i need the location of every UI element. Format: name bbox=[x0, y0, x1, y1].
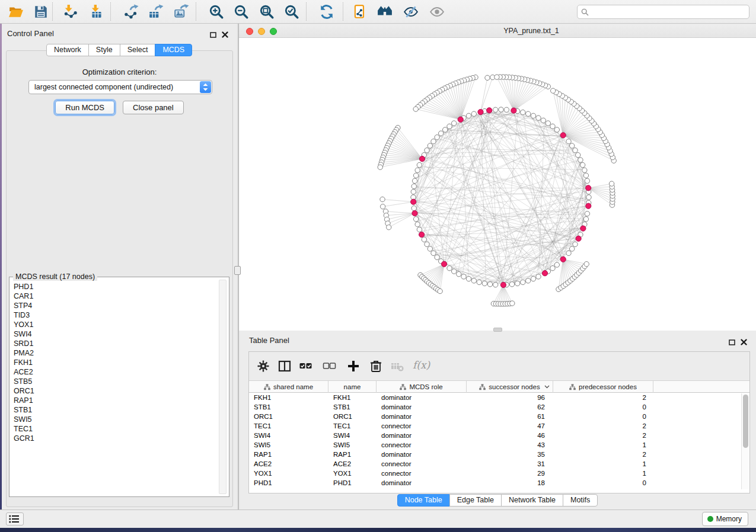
graph-node-selected[interactable] bbox=[478, 110, 483, 115]
graph-node[interactable] bbox=[536, 116, 541, 120]
optimization-select[interactable]: largest connected component (undirected) bbox=[28, 80, 212, 94]
graph-node-selected[interactable] bbox=[487, 108, 492, 113]
graph-node[interactable] bbox=[413, 107, 418, 111]
zoom-fit-icon[interactable] bbox=[259, 4, 275, 20]
graph-node[interactable] bbox=[578, 158, 583, 162]
graph-node-selected[interactable] bbox=[576, 236, 581, 241]
cell-successor-nodes[interactable]: 29 bbox=[467, 469, 553, 478]
table-scrollbar-thumb[interactable] bbox=[743, 395, 748, 448]
graph-node-selected[interactable] bbox=[419, 156, 425, 162]
table-row[interactable]: ORC1ORC1dominator610 bbox=[249, 412, 741, 421]
cell-name[interactable]: TEC1 bbox=[328, 421, 377, 431]
cell-name[interactable]: YOX1 bbox=[328, 469, 377, 478]
graph-node[interactable] bbox=[546, 121, 550, 126]
graph-node[interactable] bbox=[477, 280, 481, 284]
mcds-result-item[interactable]: ACE2 bbox=[14, 367, 217, 377]
cell-successor-nodes[interactable]: 18 bbox=[467, 478, 553, 488]
add-column-icon[interactable] bbox=[346, 359, 361, 373]
cell-predecessor-nodes[interactable]: 0 bbox=[553, 412, 653, 421]
graph-node-selected[interactable] bbox=[586, 203, 591, 209]
graph-node[interactable] bbox=[493, 283, 498, 287]
tab-style[interactable]: Style bbox=[88, 44, 120, 56]
graph-node[interactable] bbox=[378, 165, 382, 169]
graph-node-selected[interactable] bbox=[411, 199, 416, 204]
graph-node[interactable] bbox=[417, 162, 422, 167]
cell-successor-nodes[interactable]: 61 bbox=[467, 412, 553, 421]
table-row[interactable]: PHD1PHD1dominator180 bbox=[249, 478, 741, 488]
function-builder-icon[interactable]: f(x) bbox=[413, 359, 430, 371]
cell-predecessor-nodes[interactable]: 1 bbox=[553, 459, 653, 469]
mcds-result-item[interactable]: STB1 bbox=[14, 405, 217, 415]
column-header-shared-name[interactable]: shared name bbox=[249, 381, 328, 393]
graph-node[interactable] bbox=[510, 301, 515, 306]
graph-node[interactable] bbox=[531, 276, 535, 281]
table-row[interactable]: ACE2ACE2connector311 bbox=[249, 459, 741, 469]
graph-node[interactable] bbox=[521, 110, 525, 114]
graph-node[interactable] bbox=[482, 281, 487, 286]
apply-refresh-icon[interactable] bbox=[319, 4, 334, 20]
graph-node[interactable] bbox=[582, 168, 587, 172]
table-settings-gear-icon[interactable] bbox=[256, 359, 270, 373]
graph-node[interactable] bbox=[586, 195, 591, 200]
cell-predecessor-nodes[interactable]: 2 bbox=[553, 393, 653, 402]
mcds-list-scrollbar[interactable] bbox=[219, 280, 227, 494]
tab-network[interactable]: Network bbox=[46, 44, 89, 56]
horizontal-splitter-grip[interactable] bbox=[493, 328, 502, 332]
export-network-icon[interactable] bbox=[123, 4, 139, 20]
tab-select[interactable]: Select bbox=[120, 44, 156, 56]
graph-node[interactable] bbox=[412, 206, 416, 210]
graph-node[interactable] bbox=[435, 135, 439, 140]
graph-node[interactable] bbox=[435, 255, 439, 259]
graph-node[interactable] bbox=[471, 111, 476, 116]
graph-node[interactable] bbox=[536, 274, 541, 279]
zoom-out-icon[interactable] bbox=[234, 4, 249, 20]
cell-successor-nodes[interactable]: 62 bbox=[467, 402, 553, 412]
cell-predecessor-nodes[interactable]: 1 bbox=[553, 469, 653, 478]
cell-shared-name[interactable]: ORC1 bbox=[249, 412, 328, 421]
graph-node[interactable] bbox=[428, 246, 432, 251]
export-image-icon[interactable] bbox=[174, 4, 189, 20]
graph-node[interactable] bbox=[428, 143, 432, 148]
cell-MCDS-role[interactable]: dominator bbox=[377, 450, 467, 459]
graph-node[interactable] bbox=[415, 168, 420, 172]
graph-node[interactable] bbox=[387, 225, 391, 230]
table-row[interactable]: TEC1TEC1connector472 bbox=[249, 421, 741, 431]
cell-MCDS-role[interactable]: connector bbox=[377, 469, 467, 478]
run-mcds-button[interactable]: Run MCDS bbox=[55, 101, 114, 114]
cell-MCDS-role[interactable]: dominator bbox=[377, 402, 467, 412]
graph-node[interactable] bbox=[452, 121, 457, 126]
graph-node[interactable] bbox=[585, 211, 589, 216]
column-header-successor-nodes[interactable]: successor nodes bbox=[467, 381, 553, 393]
graph-node[interactable] bbox=[415, 222, 420, 227]
tab-network-table[interactable]: Network Table bbox=[501, 494, 563, 507]
graph-node[interactable] bbox=[526, 278, 531, 283]
search-input[interactable] bbox=[592, 6, 746, 18]
close-panel-icon[interactable] bbox=[222, 30, 229, 37]
table-row[interactable]: RAP1RAP1dominator352 bbox=[249, 450, 741, 459]
graph-node[interactable] bbox=[380, 197, 385, 201]
cell-successor-nodes[interactable]: 96 bbox=[467, 393, 553, 402]
cell-successor-nodes[interactable]: 35 bbox=[467, 450, 553, 459]
mcds-result-item[interactable]: FKH1 bbox=[14, 358, 217, 367]
mcds-result-item[interactable]: SWI4 bbox=[14, 329, 217, 339]
cell-shared-name[interactable]: FKH1 bbox=[249, 393, 328, 402]
table-row[interactable]: SWI5SWI5connector431 bbox=[249, 440, 741, 450]
cell-shared-name[interactable]: YOX1 bbox=[249, 469, 328, 478]
graph-node[interactable] bbox=[457, 272, 461, 277]
mcds-result-item[interactable]: CAR1 bbox=[14, 291, 217, 301]
save-session-icon[interactable] bbox=[33, 4, 49, 20]
graph-node[interactable] bbox=[443, 127, 448, 132]
cell-name[interactable]: SWI4 bbox=[328, 431, 377, 440]
close-table-panel-icon[interactable] bbox=[741, 337, 748, 345]
graph-node[interactable] bbox=[461, 274, 466, 279]
graph-node-selected[interactable] bbox=[419, 232, 425, 237]
graph-node[interactable] bbox=[422, 237, 426, 242]
cell-MCDS-role[interactable]: connector bbox=[377, 440, 467, 450]
graph-node-selected[interactable] bbox=[412, 210, 417, 216]
delete-table-icon[interactable] bbox=[390, 359, 404, 373]
cell-shared-name[interactable]: TEC1 bbox=[249, 421, 328, 431]
cell-name[interactable]: PHD1 bbox=[328, 478, 377, 488]
select-all-icon[interactable] bbox=[299, 359, 313, 373]
graph-node[interactable] bbox=[439, 131, 444, 136]
hide-details-icon[interactable] bbox=[403, 4, 419, 20]
